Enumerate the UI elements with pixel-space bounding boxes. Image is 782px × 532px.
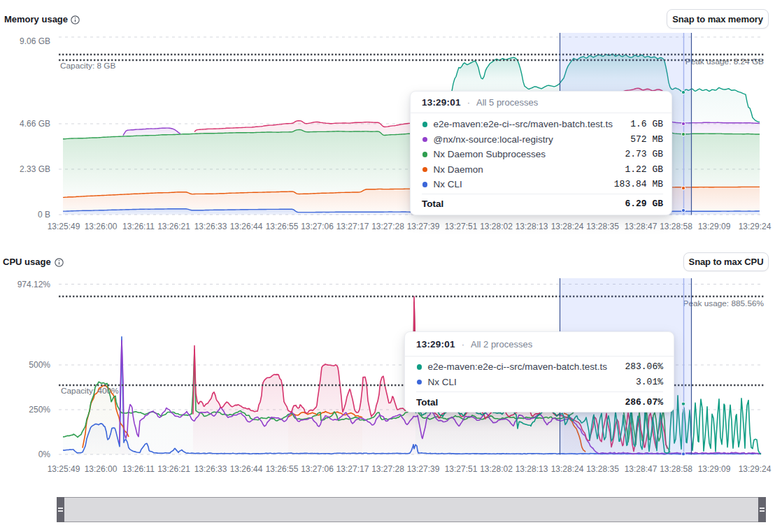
svg-text:13:27:39: 13:27:39 <box>407 222 440 231</box>
svg-text:13:26:44: 13:26:44 <box>230 464 263 474</box>
svg-text:13:27:06: 13:27:06 <box>301 464 334 474</box>
svg-text:250%: 250% <box>29 405 50 415</box>
svg-text:13:28:47: 13:28:47 <box>625 464 657 474</box>
svg-text:13:26:11: 13:26:11 <box>122 222 155 231</box>
svg-text:0%: 0% <box>38 450 51 459</box>
svg-text:13:27:28: 13:27:28 <box>371 222 404 231</box>
svg-text:9.06 GB: 9.06 GB <box>20 36 50 46</box>
svg-text:4.66 GB: 4.66 GB <box>20 119 50 129</box>
svg-text:Peak usage: 8.24 GB: Peak usage: 8.24 GB <box>685 57 764 66</box>
svg-text:13:28:47: 13:28:47 <box>625 222 657 231</box>
svg-text:13:26:44: 13:26:44 <box>230 222 263 231</box>
svg-text:13:27:51: 13:27:51 <box>445 222 478 231</box>
svg-text:Capacity: 8 GB: Capacity: 8 GB <box>60 61 115 71</box>
svg-text:13:27:06: 13:27:06 <box>301 222 334 231</box>
svg-text:13:28:13: 13:28:13 <box>516 464 548 474</box>
svg-text:13:26:55: 13:26:55 <box>266 464 299 474</box>
svg-text:13:29:09: 13:29:09 <box>698 222 731 231</box>
svg-text:13:27:17: 13:27:17 <box>336 222 369 231</box>
svg-text:13:28:13: 13:28:13 <box>516 222 548 231</box>
svg-text:13:27:17: 13:27:17 <box>336 464 369 474</box>
svg-text:13:27:39: 13:27:39 <box>407 464 440 474</box>
svg-text:13:25:49: 13:25:49 <box>48 464 80 474</box>
svg-text:Peak usage: 885.56%: Peak usage: 885.56% <box>683 299 765 308</box>
svg-text:13:25:49: 13:25:49 <box>48 222 80 231</box>
svg-text:0 B: 0 B <box>38 210 50 220</box>
svg-text:13:26:00: 13:26:00 <box>85 464 118 474</box>
svg-text:13:26:55: 13:26:55 <box>266 222 299 231</box>
svg-text:13:26:11: 13:26:11 <box>122 464 155 474</box>
svg-text:13:26:33: 13:26:33 <box>194 464 227 474</box>
svg-text:13:28:35: 13:28:35 <box>586 222 619 231</box>
svg-text:500%: 500% <box>29 360 50 370</box>
svg-text:13:27:28: 13:27:28 <box>371 464 404 474</box>
svg-text:2.33 GB: 2.33 GB <box>20 164 50 174</box>
svg-text:13:26:21: 13:26:21 <box>157 222 190 231</box>
svg-text:13:29:09: 13:29:09 <box>698 464 731 474</box>
svg-text:Capacity: 400%: Capacity: 400% <box>61 386 119 396</box>
svg-text:13:28:58: 13:28:58 <box>660 222 692 231</box>
svg-text:13:28:02: 13:28:02 <box>480 222 513 231</box>
svg-text:13:29:24: 13:29:24 <box>739 222 772 231</box>
svg-text:13:28:02: 13:28:02 <box>480 464 513 474</box>
svg-text:13:28:24: 13:28:24 <box>551 222 584 231</box>
svg-text:13:26:21: 13:26:21 <box>157 464 190 474</box>
svg-text:13:28:58: 13:28:58 <box>660 464 692 474</box>
svg-text:13:27:51: 13:27:51 <box>445 464 478 474</box>
svg-text:13:28:35: 13:28:35 <box>586 464 619 474</box>
svg-text:13:26:00: 13:26:00 <box>85 222 118 231</box>
svg-text:974.12%: 974.12% <box>17 280 51 289</box>
svg-text:13:29:24: 13:29:24 <box>739 464 772 474</box>
svg-text:13:28:24: 13:28:24 <box>551 464 584 474</box>
svg-text:13:26:33: 13:26:33 <box>194 222 227 231</box>
